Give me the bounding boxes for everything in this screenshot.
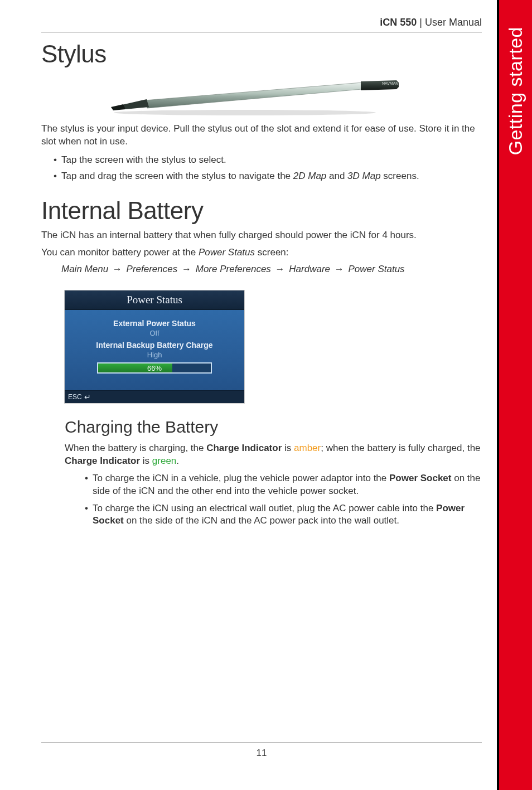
- svg-point-0: [114, 110, 376, 115]
- text: screen:: [255, 247, 288, 258]
- text: screens.: [381, 171, 419, 181]
- running-header: iCN 550 | User Manual: [41, 17, 482, 32]
- arrow-icon: →: [111, 264, 124, 274]
- power-status-ref: Power Status: [199, 247, 255, 258]
- stylus-bullet-2: Tap and drag the screen with the stylus …: [41, 169, 482, 183]
- ps-progress-text: 66%: [98, 364, 211, 372]
- text: To charge the iCN using an electrical wa…: [93, 503, 436, 513]
- charging-bullet-2: To charge the iCN using an electrical wa…: [41, 502, 482, 528]
- map-3d: 3D Map: [347, 171, 381, 181]
- ps-internal-label: Internal Backup Battery Charge: [72, 341, 236, 350]
- section-tab-label: Getting started: [499, 22, 532, 160]
- text: When the battery is charging, the: [65, 443, 206, 453]
- section-tab: Getting started: [497, 0, 532, 790]
- header-sep: |: [417, 17, 425, 28]
- doc-type: User Manual: [425, 17, 482, 28]
- product-name: iCN 550: [380, 17, 417, 28]
- crumb-power-status: Power Status: [348, 264, 404, 274]
- page-footer: 11: [41, 743, 482, 759]
- ps-progress-bar: 66%: [97, 362, 212, 374]
- heading-internal-battery: Internal Battery: [41, 197, 482, 225]
- nav-breadcrumb: Main Menu → Preferences → More Preferenc…: [41, 264, 482, 275]
- ps-esc-label: ESC: [68, 393, 82, 401]
- text: and: [326, 171, 347, 181]
- arrow-icon: →: [333, 264, 346, 274]
- amber-text: amber: [294, 443, 321, 453]
- crumb-more-preferences: More Preferences: [196, 264, 271, 274]
- page: Getting started iCN 550 | User Manual St…: [0, 0, 532, 790]
- charging-paragraph: When the battery is charging, the Charge…: [65, 442, 482, 468]
- text: You can monitor battery power at the: [41, 247, 199, 258]
- stylus-intro: The stylus is your input device. Pull th…: [41, 123, 482, 148]
- ps-external-value: Off: [72, 329, 236, 337]
- page-number: 11: [257, 748, 267, 758]
- text: ; when the battery is fully charged, the: [321, 443, 480, 453]
- text: .: [176, 455, 179, 466]
- battery-p1: The iCN has an internal battery that whe…: [41, 229, 482, 242]
- ps-esc-bar: ESC ↵: [65, 390, 244, 403]
- text: To charge the iCN in a vehicle, plug the…: [93, 473, 389, 483]
- arrow-icon: →: [274, 264, 287, 274]
- charging-bullet-1: To charge the iCN in a vehicle, plug the…: [41, 472, 482, 498]
- battery-p2: You can monitor battery power at the Pow…: [41, 246, 482, 259]
- text: is: [282, 443, 294, 453]
- ps-external-label: External Power Status: [72, 319, 236, 328]
- power-socket-term: Power Socket: [389, 473, 452, 483]
- arrow-icon: →: [180, 264, 193, 274]
- text: Tap and drag the screen with the stylus …: [61, 171, 293, 181]
- stylus-bullet-1: Tap the screen with the stylus to select…: [41, 153, 482, 167]
- ps-body: External Power Status Off Internal Backu…: [65, 310, 244, 390]
- content-area: iCN 550 | User Manual Stylus: [41, 17, 482, 541]
- ps-title: Power Status: [65, 290, 244, 310]
- stylus-illustration: NAVMAN: [105, 72, 418, 117]
- charge-indicator-term: Charge Indicator: [65, 455, 140, 466]
- charge-indicator-term: Charge Indicator: [206, 443, 282, 453]
- heading-charging: Charging the Battery: [65, 418, 482, 437]
- svg-text:NAVMAN: NAVMAN: [382, 81, 398, 85]
- crumb-hardware: Hardware: [289, 264, 330, 274]
- power-status-screenshot: Power Status External Power Status Off I…: [65, 290, 244, 403]
- crumb-preferences: Preferences: [127, 264, 178, 274]
- stylus-bullets: Tap the screen with the stylus to select…: [41, 153, 482, 183]
- green-text: green: [152, 455, 176, 466]
- charging-bullets: To charge the iCN in a vehicle, plug the…: [41, 472, 482, 528]
- crumb-main-menu: Main Menu: [61, 264, 108, 274]
- heading-stylus: Stylus: [41, 40, 482, 68]
- text: on the side of the iCN and the AC power …: [124, 515, 399, 526]
- map-2d: 2D Map: [293, 171, 327, 181]
- ps-internal-value: High: [72, 351, 236, 359]
- return-icon: ↵: [84, 392, 91, 401]
- text: is: [140, 455, 152, 466]
